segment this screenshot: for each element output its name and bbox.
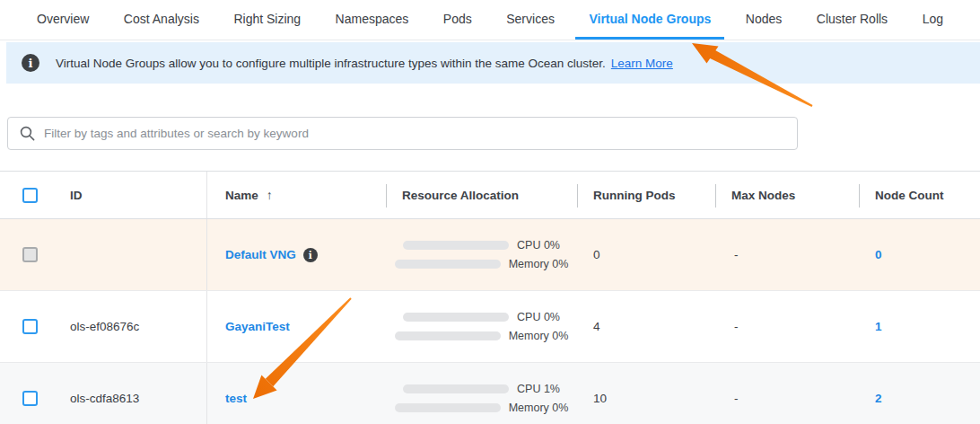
table-header-row: ID Name ↑ Resource Allocation Running Po… [0,171,980,219]
memory-progress-bar [395,260,501,269]
column-header-name[interactable]: Name ↑ [206,172,386,218]
running-pods-value: 4 [577,291,715,362]
tab-nodes[interactable]: Nodes [732,0,795,40]
tab-cost-analysis[interactable]: Cost Analysis [110,0,213,40]
memory-label: Memory 0% [509,330,569,342]
node-count-link[interactable]: 2 [875,392,882,405]
cpu-progress-bar [403,313,509,322]
node-count-link[interactable]: 1 [875,320,882,333]
search-input[interactable] [44,127,797,140]
row-checkbox[interactable] [22,391,38,406]
max-nodes-value: - [715,291,859,362]
tab-right-sizing[interactable]: Right Sizing [220,0,314,40]
cluster-tab-bar: Overview Cost Analysis Right Sizing Name… [0,0,980,40]
max-nodes-value: - [715,219,859,290]
tab-cluster-rolls[interactable]: Cluster Rolls [803,0,901,40]
tab-namespaces[interactable]: Namespaces [322,0,423,40]
resource-allocation-cell: CPU 0% Memory 0% [386,291,577,362]
column-header-resource-allocation[interactable]: Resource Allocation [386,172,577,218]
row-id: ols-cdfa8613 [54,363,206,424]
max-nodes-value: - [715,363,859,424]
vng-name-link[interactable]: test [225,392,247,405]
row-id: ols-ef08676c [54,291,206,362]
cpu-label: CPU 0% [517,311,560,323]
memory-progress-bar [395,331,501,340]
vng-name-link[interactable]: GayaniTest [225,320,290,333]
tab-pods[interactable]: Pods [430,0,486,40]
search-icon [20,126,35,141]
row-id [54,219,206,290]
vng-table: ID Name ↑ Resource Allocation Running Po… [0,171,980,424]
memory-label: Memory 0% [509,402,569,414]
sort-ascending-icon[interactable]: ↑ [267,188,273,202]
tab-log[interactable]: Log [909,0,957,40]
running-pods-value: 10 [577,363,715,424]
tab-virtual-node-groups[interactable]: Virtual Node Groups [575,0,724,40]
info-banner: i Virtual Node Groups allow you to confi… [6,42,980,84]
filter-search-box [7,117,798,150]
node-count-link[interactable]: 0 [875,248,882,261]
running-pods-value: 0 [577,219,715,290]
memory-label: Memory 0% [509,258,569,270]
vng-name-link[interactable]: Default VNG [225,248,296,261]
resource-allocation-cell: CPU 0% Memory 0% [386,219,577,290]
column-header-name-label: Name [225,189,258,202]
table-row-test[interactable]: ols-cdfa8613 test CPU 1% Memory 0% 10 - … [0,363,980,424]
learn-more-link[interactable]: Learn More [611,57,673,70]
column-header-max-nodes[interactable]: Max Nodes [715,172,859,218]
column-header-node-count[interactable]: Node Count [859,172,980,218]
select-all-checkbox[interactable] [22,188,38,203]
table-row-gayanitest[interactable]: ols-ef08676c GayaniTest CPU 0% Memory 0%… [0,291,980,363]
info-icon: i [22,54,39,72]
resource-allocation-cell: CPU 1% Memory 0% [386,363,577,424]
table-row-default-vng[interactable]: Default VNG i CPU 0% Memory 0% 0 - 0 [0,219,980,291]
column-header-running-pods[interactable]: Running Pods [577,172,715,218]
cpu-label: CPU 1% [517,383,560,395]
banner-text: Virtual Node Groups allow you to configu… [56,57,606,70]
row-checkbox-disabled [22,247,38,262]
cpu-progress-bar [403,241,509,250]
cpu-progress-bar [403,384,509,393]
row-checkbox[interactable] [22,319,38,334]
memory-progress-bar [395,403,501,412]
column-header-id[interactable]: ID [54,172,206,218]
info-icon[interactable]: i [303,248,318,262]
tab-services[interactable]: Services [493,0,568,40]
tab-overview[interactable]: Overview [23,0,102,40]
cpu-label: CPU 0% [517,239,560,252]
